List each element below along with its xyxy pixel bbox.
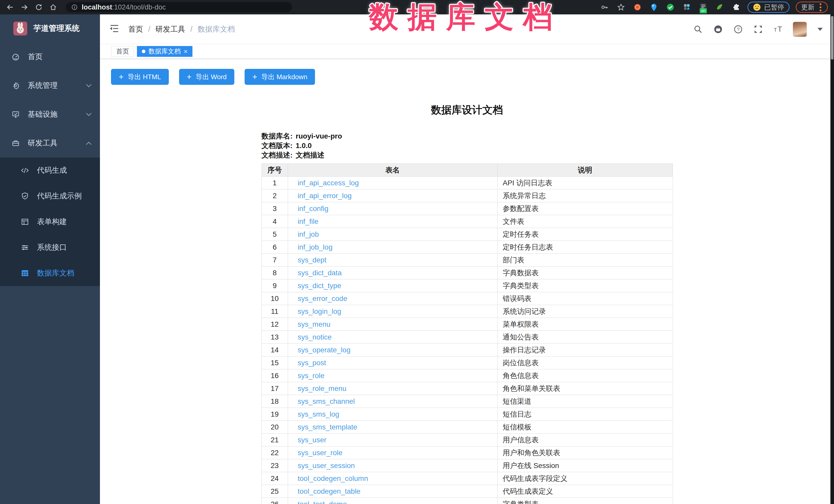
- doc-meta-row-2: 文档描述:文档描述: [262, 150, 673, 160]
- fullscreen-button[interactable]: [753, 24, 764, 35]
- table-name-link[interactable]: sys_sms_log: [298, 410, 339, 418]
- tag-0[interactable]: 首页: [111, 46, 134, 57]
- password-key-button[interactable]: [599, 2, 610, 12]
- table-name-link[interactable]: tool_codegen_table: [298, 487, 360, 495]
- export-button-0[interactable]: +导出 HTML: [111, 69, 169, 85]
- back-button[interactable]: [4, 1, 16, 13]
- table-name-link[interactable]: sys_dept: [298, 256, 327, 264]
- user-avatar[interactable]: [793, 22, 807, 37]
- table-row: 13sys_notice通知公告表: [262, 331, 673, 344]
- forward-button[interactable]: [19, 1, 30, 13]
- table-name-link[interactable]: sys_menu: [298, 320, 331, 328]
- plus-icon: +: [187, 73, 192, 81]
- extension-pin-button[interactable]: [649, 2, 659, 12]
- app-title: 芋道管理系统: [34, 23, 80, 34]
- sidebar-subitem-db-doc[interactable]: 数据库文档: [0, 260, 100, 286]
- extension-orange-button[interactable]: [632, 2, 642, 12]
- profile-paused-pill[interactable]: 已暂停: [747, 2, 790, 13]
- table-name-link[interactable]: sys_sms_template: [298, 423, 357, 431]
- table-row: 12sys_menu菜单权限表: [262, 318, 673, 331]
- sidebar-subitem-form-build[interactable]: 表单构建: [0, 209, 100, 235]
- table-name-link[interactable]: tool_test_demo: [298, 500, 347, 504]
- cell-description: 角色信息表: [498, 369, 673, 382]
- avatar-caret-down-icon[interactable]: [817, 28, 823, 31]
- extension-proxy-button[interactable]: on: [698, 2, 708, 12]
- export-button-2[interactable]: +导出 Markdown: [245, 69, 315, 85]
- bookmark-button[interactable]: [616, 2, 626, 12]
- table-name-link[interactable]: sys_sms_channel: [298, 397, 355, 405]
- table-name-link[interactable]: sys_user: [298, 436, 327, 444]
- sidebar-fold-button[interactable]: [109, 23, 121, 35]
- proxy-on-badge: on: [700, 8, 707, 13]
- table-name-link[interactable]: tool_codegen_column: [298, 475, 368, 482]
- github-button[interactable]: [713, 24, 724, 35]
- table-name-link[interactable]: sys_error_code: [298, 294, 347, 303]
- table-name-link[interactable]: sys_role_menu: [298, 385, 347, 392]
- table-name-link[interactable]: inf_file: [298, 217, 319, 225]
- table-name-link[interactable]: sys_post: [298, 359, 326, 367]
- sidebar-item-system[interactable]: 系统管理: [0, 71, 100, 100]
- table-row: 17sys_role_menu角色和菜单关联表: [262, 382, 673, 395]
- url-text: localhost:1024/tool/db-doc: [82, 3, 166, 11]
- extensions-menu-button[interactable]: [731, 2, 741, 12]
- tag-close-icon[interactable]: ×: [184, 48, 188, 55]
- cell-seq: 23: [262, 459, 288, 472]
- table-name-link[interactable]: sys_operate_log: [298, 346, 350, 354]
- extension-grid-button[interactable]: [682, 2, 692, 12]
- fullscreen-icon: [753, 24, 763, 35]
- table-name-link[interactable]: sys_user_session: [298, 462, 355, 469]
- cell-table-name: inf_file: [288, 215, 498, 228]
- sidebar-item-infra[interactable]: 基础设施: [0, 100, 100, 129]
- sidebar-subitem-codegen[interactable]: 代码生成: [0, 157, 100, 183]
- table-name-link[interactable]: sys_dict_data: [298, 269, 342, 277]
- table-name-link[interactable]: inf_config: [298, 204, 329, 213]
- home-button[interactable]: [47, 1, 59, 13]
- table-name-link[interactable]: inf_api_error_log: [298, 192, 352, 200]
- browser-menu-icon[interactable]: [818, 3, 822, 11]
- breadcrumb-item-0[interactable]: 首页: [128, 24, 143, 35]
- cell-table-name: sys_sms_log: [288, 408, 498, 421]
- cell-seq: 3: [262, 202, 288, 215]
- table-name-link[interactable]: sys_user_role: [298, 449, 343, 457]
- reload-icon: [35, 3, 43, 11]
- cell-seq: 14: [262, 344, 288, 356]
- sidebar-item-tools[interactable]: 研发工具: [0, 129, 100, 157]
- window-scrollbar[interactable]: [830, 15, 834, 504]
- sidebar-subitem-label: 表单构建: [37, 217, 91, 227]
- app-logo-rabbit-icon: [13, 22, 27, 36]
- table-name-link[interactable]: sys_notice: [298, 333, 332, 341]
- table-name-link[interactable]: sys_login_log: [298, 307, 342, 315]
- reload-button[interactable]: [33, 1, 45, 13]
- scrollbar-thumb[interactable]: [831, 16, 833, 60]
- table-name-link[interactable]: sys_role: [298, 372, 325, 379]
- sidebar-item-home[interactable]: 首页: [0, 42, 100, 71]
- table-name-link[interactable]: inf_api_access_log: [298, 179, 359, 187]
- table-row: 4inf_file文件表: [262, 215, 673, 228]
- shield-check-icon: [21, 192, 29, 200]
- plus-icon: +: [119, 73, 124, 81]
- breadcrumb: 首页/研发工具/数据库文档: [128, 24, 235, 35]
- star-icon: [617, 3, 626, 12]
- export-button-1[interactable]: +导出 Word: [179, 69, 235, 85]
- search-button[interactable]: [693, 24, 703, 35]
- extension-check-button[interactable]: [665, 2, 676, 12]
- site-info-icon[interactable]: [71, 4, 78, 11]
- table-row: 20sys_sms_template短信模板: [262, 421, 673, 434]
- tag-1[interactable]: 数据库文档×: [137, 46, 193, 57]
- table-name-link[interactable]: inf_job_log: [298, 243, 332, 251]
- table-name-link[interactable]: sys_dict_type: [298, 282, 342, 290]
- sidebar-subitem-api[interactable]: 系统接口: [0, 235, 100, 260]
- breadcrumb-item-1[interactable]: 研发工具: [155, 24, 185, 35]
- browser-update-pill[interactable]: 更新: [796, 2, 828, 13]
- svg-text:?: ?: [737, 27, 740, 32]
- font-size-button[interactable]: TT: [773, 24, 784, 35]
- table-name-link[interactable]: inf_job: [298, 230, 319, 238]
- search-icon: [693, 24, 703, 35]
- help-button[interactable]: ?: [733, 24, 744, 35]
- extension-leaf-button[interactable]: [715, 2, 725, 12]
- app-logo-row[interactable]: 芋道管理系统: [0, 15, 100, 42]
- table-row: 15sys_post岗位信息表: [262, 356, 673, 369]
- export-buttons-row: +导出 HTML+导出 Word+导出 Markdown: [111, 69, 834, 85]
- sidebar-subitem-codegen-example[interactable]: 代码生成示例: [0, 183, 100, 209]
- address-bar[interactable]: localhost:1024/tool/db-doc: [66, 2, 292, 12]
